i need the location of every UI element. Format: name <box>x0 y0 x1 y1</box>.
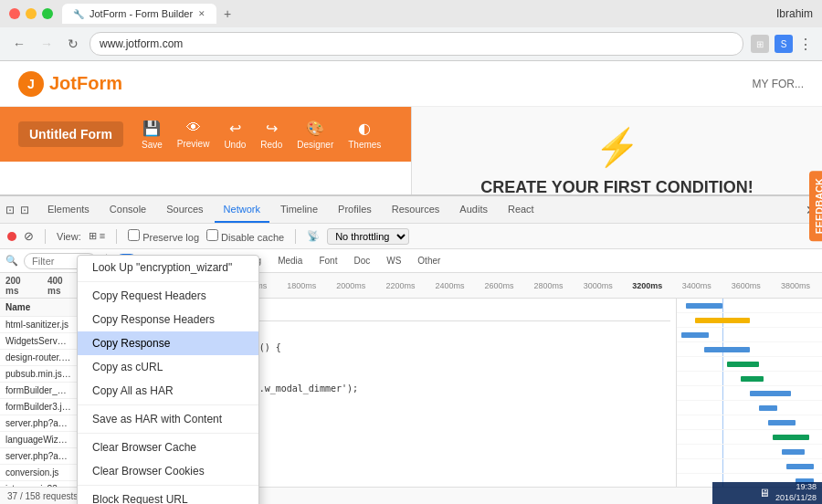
network-item[interactable]: formBuilder_en-4... <box>0 383 77 399</box>
console-icon[interactable]: ⊡ <box>20 204 29 216</box>
taskbar-date-text: 2016/11/28 <box>775 493 817 504</box>
network-item[interactable]: html-sanitizer.js <box>0 317 77 333</box>
ctx-clear-cookies[interactable]: Clear Browser Cookies <box>78 459 258 483</box>
filter-doc[interactable]: Doc <box>348 254 375 268</box>
designer-action[interactable]: 🎨 Designer <box>297 120 333 150</box>
view-icons[interactable]: ⊞ ≡ <box>89 230 105 242</box>
preview-action[interactable]: 👁 Preview <box>177 120 210 149</box>
tab-timeline[interactable]: Timeline <box>271 196 327 223</box>
inspect-icon[interactable]: ⊡ <box>5 204 15 216</box>
network-request-list[interactable]: Name html-sanitizer.js WidgetsServerBui.… <box>0 299 78 487</box>
tab-sources[interactable]: Sources <box>157 196 212 223</box>
save-action[interactable]: 💾 Save <box>142 120 163 150</box>
back-button[interactable]: ← <box>9 35 29 53</box>
close-button[interactable] <box>9 8 20 19</box>
redo-action[interactable]: ↪ Redo <box>260 120 282 150</box>
taskbar-time-text: 19:38 <box>775 482 817 493</box>
filter-font[interactable]: Font <box>313 254 342 268</box>
ctx-copy-as-curl[interactable]: Copy as cURL <box>78 355 258 379</box>
wf-row <box>677 299 822 313</box>
wf-bar <box>773 435 809 440</box>
tab-audits[interactable]: Audits <box>450 196 497 223</box>
tab-react[interactable]: React <box>499 196 543 223</box>
url-bar[interactable]: www.jotform.com <box>90 32 743 56</box>
network-item[interactable]: server.php?action... <box>0 448 77 465</box>
tab-console[interactable]: Console <box>100 196 155 223</box>
forward-button[interactable]: → <box>37 35 57 53</box>
wf-bar <box>695 318 750 323</box>
my-forms-link[interactable]: MY FOR... <box>753 78 804 90</box>
network-item[interactable]: WidgetsServerBui... <box>0 333 77 350</box>
maximize-button[interactable] <box>42 8 53 19</box>
tab-bar: 🔧 JotForm - Form Builder ✕ + <box>62 4 776 24</box>
time-label-200: 200 ms <box>5 276 35 296</box>
wf-bar <box>759 405 777 411</box>
network-item[interactable]: formBuilder3.js?3... <box>0 399 77 415</box>
feedback-tab[interactable]: FEEDBACK <box>809 171 822 241</box>
context-menu: Look Up "encryption_wizard" Copy Request… <box>77 255 259 504</box>
condition-icon: ⚡ <box>595 126 640 169</box>
ctx-save-har[interactable]: Save as HAR with Content <box>78 407 258 431</box>
offline-icon[interactable]: 📡 <box>307 230 320 242</box>
disable-cache-label: Disable cache <box>206 229 284 243</box>
menu-icon[interactable]: ⋮ <box>798 36 813 53</box>
filter-media[interactable]: Media <box>272 254 308 268</box>
network-item[interactable]: languageWizard.js <box>0 432 77 448</box>
browser-tab[interactable]: 🔧 JotForm - Form Builder ✕ <box>62 4 216 24</box>
new-tab-button[interactable]: + <box>224 6 231 21</box>
network-item[interactable]: server.php?action... <box>0 415 77 432</box>
wf-row <box>677 386 822 401</box>
ctx-lookup[interactable]: Look Up "encryption_wizard" <box>78 256 258 279</box>
form-title[interactable]: Untitled Form <box>18 121 123 147</box>
wf-bar <box>782 449 805 455</box>
refresh-button[interactable]: ↻ <box>64 35 82 53</box>
tab-network[interactable]: Network <box>215 196 269 223</box>
ctx-clear-cache[interactable]: Clear Browser Cache <box>78 436 258 459</box>
ctx-block-url[interactable]: Block Request URL <box>78 488 258 504</box>
themes-label: Themes <box>348 140 381 150</box>
filter-other[interactable]: Other <box>412 254 446 268</box>
separator <box>45 229 46 244</box>
disable-cache-checkbox[interactable] <box>206 229 218 241</box>
network-item[interactable]: design-router.js#... <box>0 350 77 366</box>
ctx-copy-all-har[interactable]: Copy All as HAR <box>78 379 258 403</box>
preview-label: Preview <box>177 139 210 149</box>
designer-icon: 🎨 <box>306 120 324 137</box>
profile-icon[interactable]: S <box>775 35 793 53</box>
themes-action[interactable]: ◐ Themes <box>348 120 381 150</box>
network-item[interactable]: pubsub.min.js?3... <box>0 366 77 383</box>
extensions-icon[interactable]: ⊞ <box>751 35 769 53</box>
tab-close-icon[interactable]: ✕ <box>198 9 206 18</box>
record-button[interactable] <box>7 232 16 241</box>
tab-profiles[interactable]: Profiles <box>329 196 381 223</box>
ctx-copy-response-headers[interactable]: Copy Response Headers <box>78 308 258 331</box>
wf-bar <box>686 303 722 309</box>
preview-icon: 👁 <box>186 120 201 136</box>
wf-row <box>677 313 822 328</box>
ctx-copy-request-headers[interactable]: Copy Request Headers <box>78 284 258 308</box>
wf-row <box>677 372 822 386</box>
throttle-select[interactable]: No throttling <box>327 228 409 245</box>
address-bar-icons: ⊞ S ⋮ <box>751 35 813 53</box>
toolbar-actions: 💾 Save 👁 Preview ↩ Undo ↪ Redo 🎨 De <box>142 120 381 150</box>
tab-resources[interactable]: Resources <box>383 196 449 223</box>
ctx-copy-response[interactable]: Copy Response <box>78 331 258 355</box>
wf-row <box>677 459 822 474</box>
page-content: J JotForm MY FOR... Untitled Form 💾 Save… <box>0 61 822 504</box>
separator3 <box>295 229 296 244</box>
preserve-log-checkbox[interactable] <box>128 229 140 241</box>
browser-chrome: 🔧 JotForm - Form Builder ✕ + Ibrahim ← →… <box>0 0 822 61</box>
minimize-button[interactable] <box>26 8 37 19</box>
filter-ws[interactable]: WS <box>381 254 406 268</box>
tab-elements[interactable]: Elements <box>38 196 99 223</box>
preserve-log-label: Preserve log <box>128 229 199 243</box>
network-toolbar: ⊘ View: ⊞ ≡ Preserve log Disable cache 📡… <box>0 224 822 249</box>
undo-label: Undo <box>224 140 246 150</box>
jotform-nav-right: MY FOR... <box>753 78 804 90</box>
ctx-divider2 <box>78 404 258 405</box>
address-bar: ← → ↻ www.jotform.com ⊞ S ⋮ <box>0 27 822 60</box>
save-icon: 💾 <box>142 120 161 137</box>
clear-button[interactable]: ⊘ <box>24 229 34 243</box>
network-item[interactable]: conversion.js <box>0 465 77 481</box>
undo-action[interactable]: ↩ Undo <box>224 120 246 150</box>
